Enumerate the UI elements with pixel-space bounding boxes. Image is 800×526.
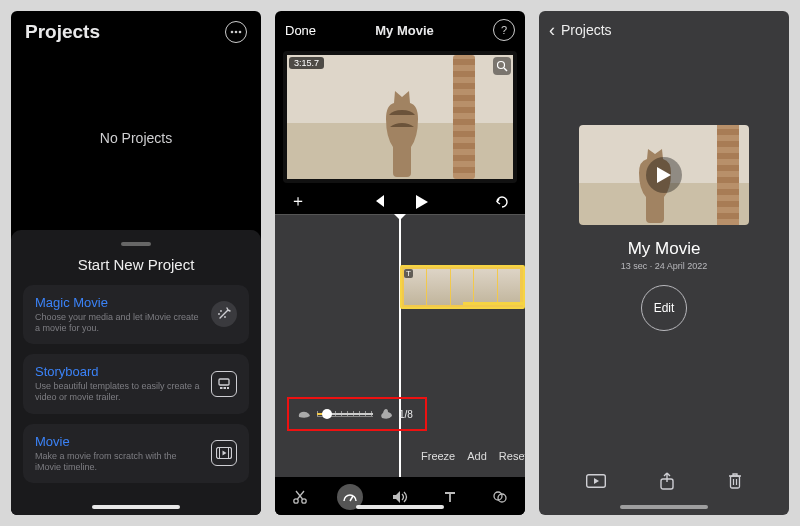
storyboard-icon: [211, 371, 237, 397]
speed-slider[interactable]: [317, 411, 373, 417]
new-project-sheet: Start New Project Magic Movie Choose you…: [11, 230, 261, 516]
add-media-button[interactable]: ＋: [287, 191, 309, 212]
svg-rect-3: [219, 379, 229, 385]
ellipsis-icon: [230, 30, 242, 34]
help-button[interactable]: ?: [493, 19, 515, 41]
play-fullscreen-button[interactable]: [586, 474, 606, 488]
card-magic-movie[interactable]: Magic Movie Choose your media and let iM…: [23, 285, 249, 345]
trash-icon: [728, 472, 742, 490]
card-desc: Use beautiful templates to easily create…: [35, 381, 201, 404]
magnifier-icon: [496, 60, 508, 72]
project-meta: 13 sec · 24 April 2022: [621, 261, 708, 271]
project-title: My Movie: [375, 23, 434, 38]
timecode-badge: 3:15.7: [289, 57, 324, 69]
clip[interactable]: T: [400, 265, 525, 309]
empty-state: No Projects: [11, 47, 261, 230]
question-icon: ?: [501, 24, 507, 36]
text-icon: [443, 490, 457, 504]
page-title: Projects: [25, 21, 100, 43]
svg-rect-8: [219, 448, 220, 459]
turtle-icon: [297, 409, 311, 419]
svg-point-0: [231, 31, 234, 34]
magic-wand-icon: [211, 301, 237, 327]
project-detail-screen: ‹ Projects My Movie 13 sec · 24 April 20…: [539, 11, 789, 515]
tool-cut[interactable]: [287, 484, 313, 510]
delete-button[interactable]: [728, 472, 742, 490]
projects-screen: Projects No Projects Start New Project M…: [11, 11, 261, 515]
tool-filter[interactable]: [487, 484, 513, 510]
skip-back-icon: [372, 195, 386, 207]
play-button[interactable]: [416, 195, 428, 209]
svg-rect-9: [228, 448, 229, 459]
title-badge: T: [404, 269, 413, 278]
speed-control-highlight: 1/8: [287, 397, 427, 431]
home-indicator[interactable]: [620, 505, 708, 509]
share-button[interactable]: [660, 472, 674, 490]
project-name: My Movie: [621, 239, 708, 259]
edit-label: Edit: [654, 301, 675, 315]
home-indicator[interactable]: [92, 505, 180, 509]
clip-audio-bar: [463, 302, 524, 305]
scissors-icon: [292, 489, 308, 505]
empty-state-label: No Projects: [100, 130, 172, 146]
card-title: Movie: [35, 434, 201, 449]
svg-point-1: [235, 31, 238, 34]
chevron-left-icon: ‹: [549, 21, 555, 39]
sheet-title: Start New Project: [23, 256, 249, 273]
more-button[interactable]: [225, 21, 247, 43]
svg-point-2: [239, 31, 242, 34]
filmstrip-icon: [211, 440, 237, 466]
back-button[interactable]: ‹ Projects: [539, 11, 789, 49]
cat-image: [377, 91, 427, 177]
svg-line-14: [350, 496, 353, 501]
undo-icon: [494, 196, 510, 208]
plus-icon: ＋: [290, 191, 306, 212]
video-preview[interactable]: 3:15.7: [283, 51, 517, 183]
rabbit-icon: [379, 408, 393, 420]
card-storyboard[interactable]: Storyboard Use beautiful templates to ea…: [23, 354, 249, 414]
svg-line-11: [504, 68, 507, 71]
sheet-grabber[interactable]: [121, 242, 151, 246]
timeline[interactable]: T 1/8 Freeze A: [275, 214, 525, 515]
svg-rect-6: [227, 387, 229, 389]
filter-icon: [492, 489, 508, 505]
svg-rect-4: [220, 387, 223, 389]
svg-point-13: [302, 498, 306, 502]
skip-start-button[interactable]: [372, 195, 386, 209]
back-label: Projects: [561, 22, 612, 38]
add-button[interactable]: Add: [467, 450, 487, 462]
card-desc: Choose your media and let iMovie create …: [35, 312, 201, 335]
done-button[interactable]: Done: [285, 23, 316, 38]
card-title: Storyboard: [35, 364, 201, 379]
reset-button[interactable]: Reset: [499, 450, 525, 462]
freeze-button[interactable]: Freeze: [421, 450, 455, 462]
card-movie[interactable]: Movie Make a movie from scratch with the…: [23, 424, 249, 484]
speaker-icon: [392, 490, 408, 504]
svg-rect-19: [731, 476, 740, 488]
editor-screen: Done My Movie ? 3:15.7 ＋: [275, 11, 525, 515]
zoom-button[interactable]: [493, 57, 511, 75]
project-thumbnail[interactable]: [579, 125, 749, 225]
svg-point-10: [498, 62, 505, 69]
undo-button[interactable]: [491, 196, 513, 208]
play-icon: [657, 167, 671, 183]
play-icon: [416, 195, 428, 209]
svg-point-12: [294, 498, 298, 502]
card-title: Magic Movie: [35, 295, 201, 310]
speed-knob[interactable]: [322, 409, 332, 419]
home-indicator[interactable]: [356, 505, 444, 509]
speed-value: 1/8: [399, 409, 417, 420]
svg-rect-5: [224, 387, 227, 389]
card-desc: Make a movie from scratch with the iMovi…: [35, 451, 201, 474]
share-icon: [660, 472, 674, 490]
edit-button[interactable]: Edit: [641, 285, 687, 331]
speedometer-icon: [342, 489, 358, 505]
play-rect-icon: [586, 474, 606, 488]
play-overlay[interactable]: [579, 125, 749, 225]
